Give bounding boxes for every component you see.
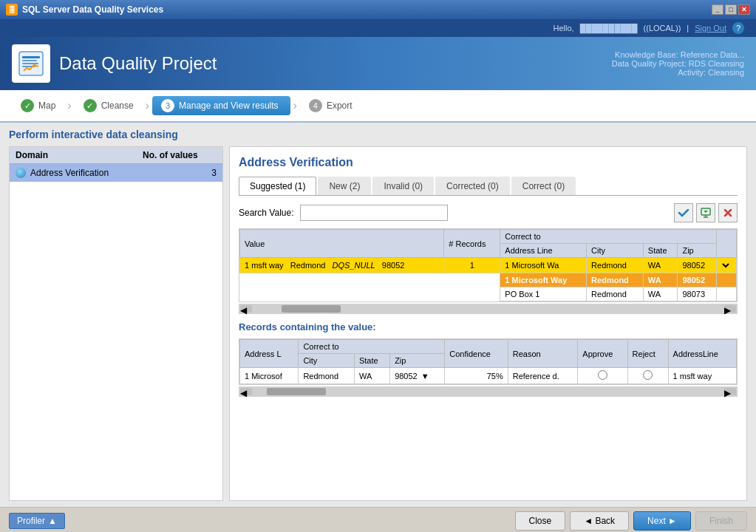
step-label-3: Manage and View results (179, 100, 279, 111)
main-table-hscroll[interactable]: ◀ ▶ (239, 304, 738, 314)
rec-approve-cell[interactable] (578, 368, 627, 384)
step-arrow-3: › (293, 99, 297, 112)
records-title: Records containing the value: (239, 321, 738, 332)
user-bar: Hello, ██████████ ((LOCAL)) | Sign Out ? (0, 19, 756, 37)
rec-addr-cell: 1 Microsof (240, 368, 299, 384)
rec-addrline-cell: 1 msft way (668, 368, 736, 384)
kb-info: Knowledge Base: Reference Data... (612, 50, 744, 59)
domain-col-header: Domain (16, 150, 143, 160)
app-logo (12, 44, 50, 83)
dropdown-zip-1: 98052 (678, 273, 717, 287)
main-table-scroll[interactable]: Value # Records Correct to Address Line … (239, 228, 738, 302)
tabs: Suggested (1) New (2) Invalid (0) Correc… (239, 177, 738, 196)
hello-text: Hello, (554, 24, 574, 33)
correct-to-header: Correct to (500, 230, 717, 244)
rec-reject-cell[interactable] (627, 368, 668, 384)
rec-reason-header: Reason (508, 340, 578, 368)
approve-btn[interactable] (674, 203, 693, 222)
profiler-arrow-icon: ▲ (48, 516, 57, 526)
back-button[interactable]: ◄ Back (570, 511, 629, 531)
wizard-step-export[interactable]: 4 Export (300, 96, 361, 115)
addr-line-header: Address Line (500, 244, 587, 258)
dropdown-extra-1 (717, 273, 737, 287)
finish-button[interactable]: Finish (695, 511, 747, 531)
rec-addrline-header: AddressLine (668, 340, 736, 368)
dropdown-addr-1: 1 Microsoft Way (500, 273, 587, 287)
search-input[interactable] (300, 205, 448, 221)
app-header: Data Quality Project Knowledge Base: Ref… (0, 37, 756, 90)
step-arrow-1: › (67, 99, 71, 112)
main-layout: Domain No. of values Address Verificatio… (9, 146, 747, 501)
domain-row[interactable]: Address Verification 3 (10, 164, 222, 182)
step-num-4: 4 (309, 99, 322, 112)
values-col-header: No. of values (143, 150, 217, 160)
scroll-thumb[interactable] (282, 305, 341, 313)
dropdown-cell[interactable]: ▼ (717, 258, 737, 273)
rec-zip-dropdown-cell[interactable]: 98052 ▼ (390, 368, 445, 384)
page-content: Perform interactive data cleansing Domai… (0, 123, 756, 507)
domain-count: 3 (187, 168, 217, 178)
state-cell: WA (643, 258, 678, 273)
wizard-step-manage[interactable]: 3 Manage and View results (152, 96, 290, 115)
wizard-step-map[interactable]: ✓ Map (12, 96, 64, 115)
zip-cell: 98052 (678, 258, 717, 273)
panel-title: Address Verification (239, 156, 738, 169)
records-table-scroll[interactable]: Address L Correct to Confidence Reason A… (239, 338, 738, 385)
correct-to-select[interactable]: ▼ (721, 260, 732, 270)
dropdown-state-1: WA (643, 273, 678, 287)
left-panel-header: Domain No. of values (10, 147, 222, 164)
rec-scroll-right[interactable]: ▶ (724, 388, 736, 395)
tab-suggested[interactable]: Suggested (1) (239, 177, 316, 195)
page-title: Perform interactive data cleansing (9, 129, 747, 140)
tab-correct[interactable]: Correct (0) (511, 177, 576, 195)
tab-corrected[interactable]: Corrected (0) (435, 177, 510, 195)
next-button[interactable]: Next ► (633, 511, 691, 531)
dropdown-spacer (240, 273, 500, 287)
user-name: ██████████ (580, 24, 638, 33)
export-btn[interactable] (696, 203, 715, 222)
profiler-button[interactable]: Profiler ▲ (9, 513, 65, 529)
help-icon[interactable]: ? (732, 22, 744, 34)
wizard-steps: ✓ Map › ✓ Cleanse › 3 Manage and View re… (0, 90, 756, 123)
close-button[interactable]: Close (515, 511, 566, 531)
svg-rect-1 (22, 56, 40, 58)
close-btn[interactable]: ✕ (738, 4, 750, 15)
reject-btn[interactable] (718, 203, 738, 222)
wizard-step-cleanse[interactable]: ✓ Cleanse (75, 96, 143, 115)
rec-state-sub: State (354, 354, 389, 368)
dropdown-option-1[interactable]: 1 Microsoft Way Redmond WA 98052 (240, 273, 737, 287)
svg-rect-2 (22, 60, 37, 61)
minimize-btn[interactable]: _ (712, 4, 723, 15)
toolbar-icons (674, 203, 738, 222)
scroll-right-btn[interactable]: ▶ (724, 305, 736, 313)
rec-correct-to-header: Correct to (299, 340, 445, 354)
svg-rect-3 (22, 63, 38, 64)
project-info: Data Quality Project: RDS Cleansing (612, 59, 744, 68)
dropdown-option-2[interactable]: PO Box 1 Redmond WA 98073 (240, 287, 737, 301)
rec-zip-dropdown-arrow[interactable]: ▼ (421, 372, 429, 381)
rec-scroll-thumb[interactable] (267, 388, 326, 395)
scroll-left-btn[interactable]: ◀ (240, 305, 252, 313)
right-panel: Address Verification Suggested (1) New (… (229, 146, 747, 501)
window-controls: _ □ ✕ (712, 4, 750, 15)
records-hscroll[interactable]: ◀ ▶ (239, 386, 738, 397)
extra-header (717, 230, 737, 258)
separator: | (687, 24, 689, 33)
table-row[interactable]: 1 msft way Redmond DQS_NULL 98052 1 1 Mi… (240, 258, 737, 273)
rec-scroll-left[interactable]: ◀ (240, 388, 252, 395)
approve-radio[interactable] (598, 370, 607, 380)
tab-new[interactable]: New (2) (318, 177, 371, 195)
search-bar: Search Value: (239, 203, 738, 222)
maximize-btn[interactable]: □ (725, 4, 737, 15)
rec-confidence-cell: 75% (445, 368, 508, 384)
records-table: Address L Correct to Confidence Reason A… (239, 339, 737, 384)
sign-out-link[interactable]: Sign Out (695, 24, 726, 33)
app-title: Data Quality Project (59, 53, 217, 74)
step-num-3: 3 (161, 99, 174, 112)
reject-radio[interactable] (643, 370, 653, 380)
left-panel: Domain No. of values Address Verificatio… (9, 146, 223, 501)
records-table-row[interactable]: 1 Microsof Redmond WA 98052 ▼ 75% Refere… (240, 368, 737, 384)
dropdown-spacer2 (240, 287, 500, 301)
tab-invalid[interactable]: Invalid (0) (372, 177, 434, 195)
dropdown-state-2: WA (643, 287, 678, 301)
